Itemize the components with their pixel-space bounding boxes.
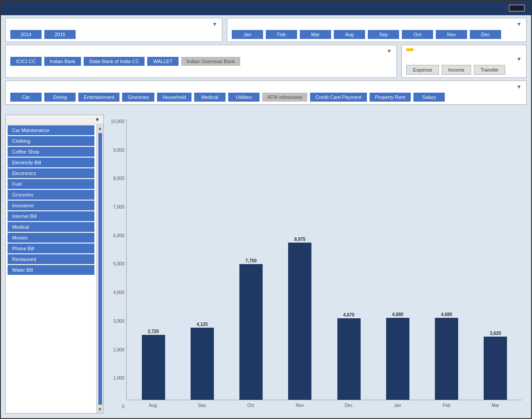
bar-group: 7,750 [234, 258, 269, 400]
account-tag[interactable]: Indian Bank [44, 57, 81, 66]
bar-value-label: 4,670 [343, 312, 354, 317]
subcategory-item[interactable]: Movies [8, 233, 94, 243]
bar [288, 243, 311, 400]
bar-group: 4,680 [429, 312, 464, 400]
subcategory-item[interactable]: Water Bill [8, 265, 94, 275]
month-tag-Oct[interactable]: Oct [402, 30, 433, 39]
month-filter-box: ▼ JanFebMarAugSepOctNovDec [227, 18, 527, 42]
x-axis-label: Feb [429, 403, 464, 408]
subcategory-scrollbar[interactable]: ▲ ▼ [96, 124, 103, 413]
y-axis-label: 7,000 [104, 205, 124, 210]
account-tag[interactable]: State Bank of India CC [84, 57, 145, 66]
subcategory-item[interactable]: Electricity Bill [8, 158, 94, 167]
x-axis-label: Jan [380, 403, 415, 408]
tx-tag-expense[interactable]: Expense [406, 65, 439, 75]
y-axis-label: 2,000 [104, 347, 124, 352]
chart-wrapper: 10,0009,0008,0007,0006,0005,0004,0003,00… [104, 119, 522, 409]
header [1, 1, 531, 15]
subcategory-item[interactable]: Internet Bill [8, 211, 94, 221]
category-tag[interactable]: Property Rent [370, 93, 411, 102]
month-filter-icon[interactable]: ▼ [516, 21, 522, 27]
tx-tags: ExpenseIncomeTransfer [406, 65, 522, 75]
account-tag[interactable]: Indian Overseas Bank [181, 57, 240, 66]
chart-panel: 10,0009,0008,0007,0006,0005,0004,0003,00… [104, 115, 527, 414]
transaction-filter-icon[interactable]: ▼ [516, 56, 522, 62]
account-tags: ICICI CCIndian BankState Bank of India C… [10, 57, 392, 66]
bar [239, 264, 263, 400]
bars-container: 3,7204,1257,7508,9754,6704,6804,6803,620 [126, 119, 522, 400]
x-axis-label: Mar [478, 403, 513, 408]
y-axis-labels: 10,0009,0008,0007,0006,0005,0004,0003,00… [104, 119, 126, 409]
bar-group: 4,680 [380, 312, 415, 400]
subcategory-item[interactable]: Electronics [8, 168, 94, 178]
year-tag-2015[interactable]: 2015 [44, 30, 76, 39]
x-axis-label: Oct [233, 403, 268, 408]
account-filter-icon[interactable]: ▼ [387, 48, 392, 54]
subcategory-item[interactable]: Medical [8, 222, 94, 232]
subcategory-item[interactable]: Clothing [8, 136, 94, 146]
category-tag[interactable]: Groceries [122, 93, 154, 102]
month-tag-Dec[interactable]: Dec [470, 30, 501, 39]
x-axis-label: Aug [135, 403, 170, 408]
brand-label [509, 4, 525, 12]
subcategory-item[interactable]: Phone Bill [8, 244, 94, 253]
bar-value-label: 8,975 [294, 237, 306, 242]
subcategory-item[interactable]: Coffee Shop [8, 147, 94, 157]
account-filter-box: ▼ ICICI CCIndian BankState Bank of India… [5, 45, 397, 78]
year-tags: 20142015 [10, 30, 217, 39]
category-tag[interactable]: Medical [194, 93, 226, 102]
bar-group: 4,125 [184, 322, 220, 400]
category-tag[interactable]: Entertainment [78, 93, 119, 102]
bar-value-label: 3,720 [148, 329, 159, 334]
month-tag-Sep[interactable]: Sep [368, 30, 399, 39]
year-tag-2014[interactable]: 2014 [10, 30, 42, 39]
month-tags: JanFebMarAugSepOctNovDec [232, 30, 522, 39]
scroll-up-arrow[interactable]: ▲ [97, 124, 103, 132]
scroll-down-arrow[interactable]: ▼ [97, 406, 103, 413]
y-axis-label: 1,000 [104, 376, 124, 381]
category-tag[interactable]: ATM withdrawal [262, 93, 307, 102]
bar-value-label: 3,620 [490, 331, 501, 336]
category-tag[interactable]: Credit Card Payment [310, 93, 367, 102]
x-axis-labels: AugSepOctNovDecJanFebMar [126, 400, 522, 409]
category-tag[interactable]: Salary [413, 93, 445, 102]
y-axis-label: 9,000 [104, 148, 124, 153]
subcategory-item[interactable]: Insurance [8, 201, 94, 210]
choose-label [406, 48, 413, 51]
bar-value-label: 7,750 [246, 258, 257, 263]
y-axis-label: 10,000 [104, 119, 124, 124]
month-tag-Nov[interactable]: Nov [436, 30, 467, 39]
subcategory-filter-icon[interactable]: ▼ [95, 117, 100, 122]
category-tag[interactable]: Car [10, 93, 42, 102]
bar [435, 318, 458, 400]
y-axis-label: 5,000 [104, 261, 124, 266]
account-tag[interactable]: ICICI CC [10, 57, 42, 66]
month-tag-Mar[interactable]: Mar [300, 30, 331, 39]
subcategory-item[interactable]: Fuel [8, 179, 94, 189]
year-filter-icon[interactable]: ▼ [212, 21, 217, 27]
filters-section: ▼ 20142015 ▼ JanFebMarAugSepOctNovDec ▼ … [1, 15, 531, 107]
tx-tag-transfer[interactable]: Transfer [474, 65, 506, 75]
bar [142, 335, 165, 400]
y-axis-label: 4,000 [104, 290, 124, 295]
bar [191, 328, 214, 400]
tx-tag-income[interactable]: Income [442, 65, 471, 75]
y-axis-label: 0 [104, 404, 124, 409]
category-filter-box: ▼ CarDiningEntertainmentGroceriesHouseho… [5, 81, 527, 105]
month-tag-Feb[interactable]: Feb [266, 30, 297, 39]
bar-value-label: 4,680 [392, 312, 403, 317]
month-tag-Aug[interactable]: Aug [334, 30, 365, 39]
question-section [1, 107, 531, 113]
category-filter-icon[interactable]: ▼ [516, 84, 522, 90]
category-tags: CarDiningEntertainmentGroceriesHousehold… [10, 93, 522, 102]
category-tag[interactable]: Dining [44, 93, 76, 102]
subcategory-item[interactable]: Restaurant [8, 254, 94, 264]
bar [337, 318, 361, 400]
category-tag[interactable]: Household [157, 93, 192, 102]
account-tag[interactable]: WALLET [147, 57, 179, 66]
month-tag-Jan[interactable]: Jan [232, 30, 263, 39]
subcategory-item[interactable]: Car Maintenance [8, 125, 94, 135]
subcategory-item[interactable]: Groceries [8, 190, 94, 200]
y-axis-label: 6,000 [104, 233, 124, 238]
category-tag[interactable]: Utilities [228, 93, 260, 102]
